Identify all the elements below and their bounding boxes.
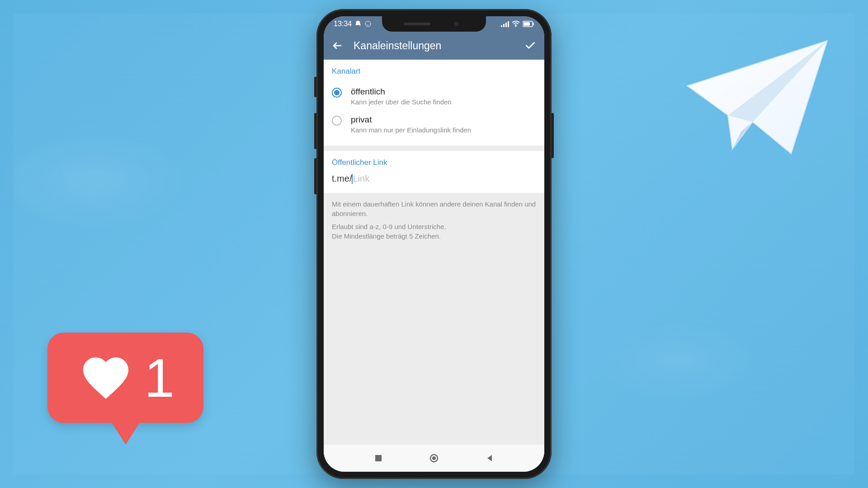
like-bubble: 1 — [47, 333, 203, 443]
svg-point-5 — [515, 26, 517, 27]
public-link-input[interactable]: t.me/Link — [332, 174, 536, 184]
channel-type-section: Kanalart öffentlich Kann jeder über die … — [324, 60, 544, 145]
android-nav-bar — [324, 445, 544, 472]
link-prefix: t.me/ — [332, 174, 352, 184]
confirm-check-icon[interactable] — [524, 40, 536, 52]
svg-point-0 — [365, 21, 371, 27]
svg-rect-7 — [533, 23, 534, 25]
page-title: Kanaleinstellungen — [354, 40, 441, 52]
status-time: 13:34 — [334, 20, 352, 28]
option-public[interactable]: öffentlich Kann jeder über die Suche fin… — [332, 82, 536, 110]
radio-private-icon[interactable] — [332, 116, 342, 126]
helper-text-1: Mit einem dauerhaften Link können andere… — [332, 199, 536, 218]
back-arrow-icon[interactable] — [332, 40, 343, 51]
public-link-section: Öffentlicher Link t.me/Link — [324, 151, 544, 193]
whatsapp-icon — [364, 20, 372, 28]
option-public-title: öffentlich — [351, 87, 452, 97]
svg-rect-2 — [503, 24, 505, 27]
telegram-plane-icon — [674, 27, 836, 163]
section-header-channel-type: Kanalart — [332, 67, 536, 76]
app-bar: Kanaleinstellungen — [324, 32, 544, 60]
nav-recent-icon[interactable] — [373, 453, 383, 463]
svg-rect-3 — [505, 23, 507, 27]
phone-frame: 13:34 — [316, 9, 552, 479]
svg-point-11 — [432, 456, 436, 460]
wifi-icon — [512, 21, 520, 27]
helper-text-2: Erlaubt sind a-z, 0-9 und Unterstriche. — [332, 223, 446, 230]
battery-icon — [523, 21, 534, 27]
content-area: Kanalart öffentlich Kann jeder über die … — [324, 60, 544, 445]
svg-rect-9 — [375, 455, 382, 461]
signal-icon — [501, 21, 509, 27]
svg-rect-8 — [524, 22, 530, 26]
helper-text-3: Die Mindestlänge beträgt 5 Zeichen. — [332, 232, 441, 240]
like-count: 1 — [144, 351, 175, 405]
option-private-subtitle: Kann man nur per Einladungslink finden — [351, 126, 471, 134]
nav-back-icon[interactable] — [485, 453, 495, 463]
svg-rect-4 — [508, 21, 509, 27]
option-private-title: privat — [351, 115, 471, 125]
helper-section: Mit einem dauerhaften Link können andere… — [324, 193, 544, 247]
nav-home-icon[interactable] — [429, 453, 439, 463]
option-private[interactable]: privat Kann man nur per Einladungslink f… — [332, 110, 536, 138]
notification-off-icon — [354, 20, 362, 28]
heart-icon — [76, 351, 135, 405]
radio-public-icon[interactable] — [332, 88, 342, 98]
section-header-public-link: Öffentlicher Link — [332, 158, 536, 167]
option-public-subtitle: Kann jeder über die Suche finden — [351, 98, 452, 106]
link-placeholder: Link — [353, 174, 369, 184]
svg-rect-1 — [501, 25, 502, 27]
